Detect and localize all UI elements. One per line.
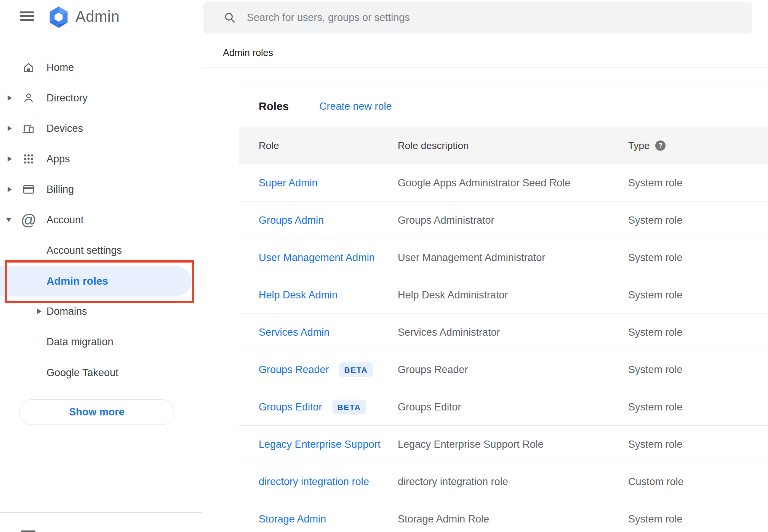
- create-new-role-link[interactable]: Create new role: [319, 85, 392, 127]
- role-type: System role: [628, 177, 683, 189]
- column-header-role: Role: [259, 140, 279, 152]
- billing-card-icon: [22, 183, 35, 196]
- role-type: System role: [628, 364, 683, 375]
- sidebar-item-data-migration[interactable]: Data migration: [0, 327, 202, 357]
- role-link[interactable]: Help Desk Admin: [259, 289, 338, 301]
- search-input[interactable]: [246, 11, 741, 24]
- role-type: System role: [628, 289, 683, 301]
- column-header-type: Type: [628, 140, 650, 152]
- role-link[interactable]: Super Admin: [259, 177, 318, 189]
- sidebar-item-devices[interactable]: Devices: [0, 113, 202, 144]
- role-type: System role: [628, 513, 683, 525]
- table-row: Services Admin Services Administrator Sy…: [239, 314, 768, 351]
- sidebar: Admin Home Directory: [0, 0, 202, 532]
- beta-badge: BETA: [332, 399, 366, 414]
- show-more-button[interactable]: Show more: [19, 399, 174, 425]
- roles-table-body: Super Admin Google Apps Administrator Se…: [239, 164, 768, 532]
- table-row: Groups Admin Groups Administrator System…: [239, 202, 768, 239]
- content-divider: [202, 67, 768, 67]
- admin-logo-icon: [48, 6, 69, 30]
- expand-arrow-icon[interactable]: [8, 95, 12, 101]
- role-link[interactable]: Storage Admin: [259, 513, 326, 525]
- roles-card: Roles Create new role Role Role descript…: [239, 85, 768, 532]
- table-row: Super Admin Google Apps Administrator Se…: [239, 164, 768, 202]
- table-row: Help Desk Admin Help Desk Administrator …: [239, 276, 768, 314]
- annotation-red-box: [5, 260, 194, 303]
- brand-header: Admin: [0, 0, 202, 34]
- role-description: Storage Admin Role: [398, 513, 489, 525]
- role-type: System role: [628, 214, 683, 226]
- devices-icon: [22, 122, 35, 135]
- sidebar-item-account[interactable]: @ Account: [0, 205, 202, 235]
- table-row: Groups Reader BETA Groups Reader System …: [239, 351, 768, 388]
- role-description: Groups Administrator: [398, 214, 494, 226]
- role-description: Groups Editor: [398, 401, 461, 413]
- role-description: Groups Reader: [398, 364, 468, 375]
- card-header: Roles Create new role: [239, 85, 768, 127]
- breadcrumb: Admin roles: [223, 46, 273, 59]
- partial-bottom-icon: [21, 530, 35, 532]
- person-icon: [22, 91, 35, 105]
- role-type: System role: [628, 401, 683, 413]
- sidebar-item-home[interactable]: Home: [0, 52, 202, 83]
- apps-grid-icon: [22, 152, 35, 166]
- help-icon[interactable]: ?: [655, 141, 666, 151]
- role-description: Help Desk Administrator: [398, 289, 508, 301]
- role-description: User Management Administrator: [398, 252, 545, 263]
- search-bar[interactable]: [203, 2, 752, 34]
- table-row: Storage Admin Storage Admin Role System …: [239, 500, 768, 532]
- role-description: Google Apps Administrator Seed Role: [398, 177, 570, 189]
- role-link[interactable]: Groups Admin: [259, 214, 324, 226]
- table-row: User Management Admin User Management Ad…: [239, 239, 768, 276]
- role-link[interactable]: Services Admin: [259, 326, 330, 338]
- home-icon: [22, 61, 35, 74]
- expand-arrow-icon[interactable]: [8, 156, 12, 162]
- beta-badge: BETA: [339, 362, 373, 377]
- table-row: directory integration role directory int…: [239, 463, 768, 500]
- role-type: System role: [628, 438, 683, 450]
- role-description: Services Administrator: [398, 326, 500, 338]
- expand-arrow-icon[interactable]: [8, 126, 12, 131]
- sidebar-bottom-divider: [0, 512, 202, 513]
- expand-arrow-icon[interactable]: [8, 187, 12, 192]
- role-link[interactable]: User Management Admin: [259, 252, 375, 263]
- column-header-role-description: Role description: [398, 140, 469, 152]
- expand-arrow-icon[interactable]: [37, 309, 42, 314]
- sidebar-item-directory[interactable]: Directory: [0, 83, 202, 113]
- table-header-row: Role Role description Type ?: [239, 127, 768, 164]
- role-type: Custom role: [628, 476, 684, 487]
- search-icon: [223, 11, 236, 24]
- at-sign-icon: @: [22, 213, 35, 227]
- card-title: Roles: [259, 85, 289, 127]
- product-name: Admin: [75, 5, 120, 27]
- role-type: System role: [628, 326, 683, 338]
- sidebar-item-billing[interactable]: Billing: [0, 174, 202, 205]
- sidebar-item-google-takeout[interactable]: Google Takeout: [0, 357, 202, 388]
- role-link[interactable]: Groups Reader: [259, 364, 329, 375]
- role-description: Legacy Enterprise Support Role: [398, 438, 544, 450]
- collapse-arrow-icon[interactable]: [6, 218, 11, 222]
- table-row: Legacy Enterprise Support Legacy Enterpr…: [239, 426, 768, 463]
- role-type: System role: [628, 252, 683, 263]
- hamburger-menu-icon[interactable]: [20, 11, 34, 21]
- role-link[interactable]: Legacy Enterprise Support: [259, 438, 381, 450]
- table-row: Groups Editor BETA Groups Editor System …: [239, 388, 768, 426]
- sidebar-item-apps[interactable]: Apps: [0, 144, 202, 174]
- role-link[interactable]: Groups Editor: [259, 401, 322, 413]
- role-link[interactable]: directory integration role: [259, 476, 369, 487]
- role-description: directory integration role: [398, 476, 508, 487]
